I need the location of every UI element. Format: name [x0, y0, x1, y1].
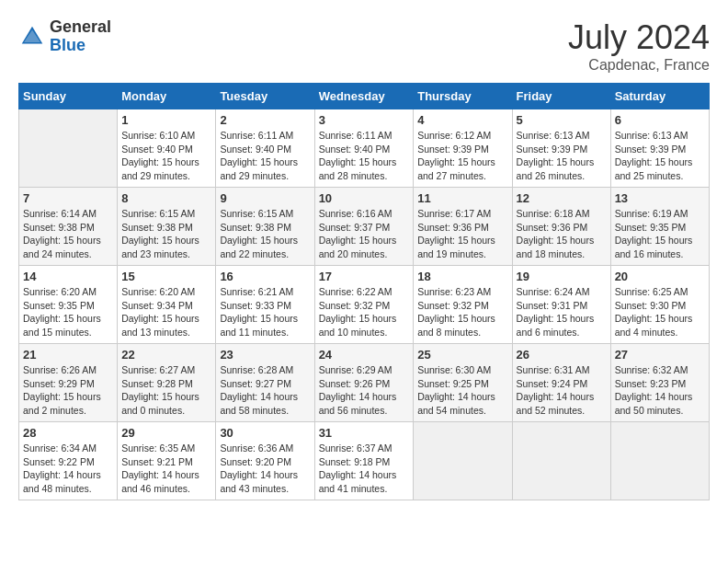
calendar-week-2: 7Sunrise: 6:14 AM Sunset: 9:38 PM Daylig…: [19, 188, 710, 266]
day-info: Sunrise: 6:18 AM Sunset: 9:36 PM Dayligh…: [517, 207, 607, 261]
day-number: 20: [615, 270, 705, 283]
calendar-cell: 4Sunrise: 6:12 AM Sunset: 9:39 PM Daylig…: [414, 109, 512, 188]
calendar-cell: 30Sunrise: 6:36 AM Sunset: 9:20 PM Dayli…: [216, 422, 314, 500]
day-number: 13: [615, 191, 705, 205]
day-info: Sunrise: 6:29 AM Sunset: 9:26 PM Dayligh…: [319, 363, 410, 418]
day-number: 12: [517, 191, 607, 205]
day-info: Sunrise: 6:11 AM Sunset: 9:40 PM Dayligh…: [220, 129, 310, 183]
logo: General Blue: [18, 18, 111, 55]
calendar-cell: [512, 422, 610, 500]
day-number: 30: [220, 426, 310, 440]
day-info: Sunrise: 6:10 AM Sunset: 9:40 PM Dayligh…: [121, 129, 211, 183]
day-number: 16: [220, 270, 310, 283]
header-cell-sunday: Sunday: [19, 84, 118, 109]
day-info: Sunrise: 6:27 AM Sunset: 9:28 PM Dayligh…: [121, 363, 211, 418]
header-cell-monday: Monday: [118, 84, 216, 109]
day-number: 29: [121, 426, 211, 440]
header-cell-saturday: Saturday: [610, 84, 709, 109]
day-number: 28: [23, 426, 113, 440]
calendar-table: SundayMondayTuesdayWednesdayThursdayFrid…: [18, 83, 710, 500]
calendar-cell: [414, 422, 512, 500]
day-number: 5: [517, 113, 607, 127]
calendar-cell: 26Sunrise: 6:31 AM Sunset: 9:24 PM Dayli…: [512, 344, 610, 422]
day-info: Sunrise: 6:13 AM Sunset: 9:39 PM Dayligh…: [517, 129, 607, 183]
calendar-body: 1Sunrise: 6:10 AM Sunset: 9:40 PM Daylig…: [19, 109, 710, 500]
calendar-cell: 24Sunrise: 6:29 AM Sunset: 9:26 PM Dayli…: [314, 344, 414, 422]
calendar-week-5: 28Sunrise: 6:34 AM Sunset: 9:22 PM Dayli…: [19, 422, 710, 500]
day-number: 25: [417, 348, 507, 362]
day-info: Sunrise: 6:36 AM Sunset: 9:20 PM Dayligh…: [220, 442, 310, 496]
calendar-cell: 6Sunrise: 6:13 AM Sunset: 9:39 PM Daylig…: [610, 109, 709, 188]
day-number: 10: [319, 191, 410, 205]
day-info: Sunrise: 6:25 AM Sunset: 9:30 PM Dayligh…: [615, 285, 705, 339]
day-number: 22: [121, 348, 211, 362]
calendar-cell: 16Sunrise: 6:21 AM Sunset: 9:33 PM Dayli…: [216, 266, 314, 344]
location-subtitle: Capdenac, France: [568, 57, 710, 74]
day-number: 15: [121, 270, 211, 283]
header-cell-wednesday: Wednesday: [314, 84, 414, 109]
calendar-cell: 1Sunrise: 6:10 AM Sunset: 9:40 PM Daylig…: [118, 109, 216, 188]
day-info: Sunrise: 6:14 AM Sunset: 9:38 PM Dayligh…: [23, 207, 113, 261]
logo-general: General: [50, 18, 111, 37]
calendar-header: SundayMondayTuesdayWednesdayThursdayFrid…: [19, 84, 710, 109]
calendar-cell: [610, 422, 709, 500]
day-info: Sunrise: 6:37 AM Sunset: 9:18 PM Dayligh…: [319, 442, 410, 496]
calendar-cell: 25Sunrise: 6:30 AM Sunset: 9:25 PM Dayli…: [414, 344, 512, 422]
day-number: 14: [23, 270, 113, 283]
day-info: Sunrise: 6:21 AM Sunset: 9:33 PM Dayligh…: [220, 285, 310, 339]
day-number: 11: [417, 191, 507, 205]
day-info: Sunrise: 6:34 AM Sunset: 9:22 PM Dayligh…: [23, 442, 113, 496]
calendar-cell: 13Sunrise: 6:19 AM Sunset: 9:35 PM Dayli…: [610, 188, 709, 266]
logo-blue: Blue: [50, 37, 111, 55]
calendar-cell: 22Sunrise: 6:27 AM Sunset: 9:28 PM Dayli…: [118, 344, 216, 422]
day-number: 4: [417, 113, 507, 127]
day-number: 1: [121, 113, 211, 127]
day-info: Sunrise: 6:15 AM Sunset: 9:38 PM Dayligh…: [121, 207, 211, 261]
day-info: Sunrise: 6:13 AM Sunset: 9:39 PM Dayligh…: [615, 129, 705, 183]
calendar-cell: [19, 109, 118, 188]
calendar-cell: 27Sunrise: 6:32 AM Sunset: 9:23 PM Dayli…: [610, 344, 709, 422]
day-number: 26: [517, 348, 607, 362]
calendar-cell: 15Sunrise: 6:20 AM Sunset: 9:34 PM Dayli…: [118, 266, 216, 344]
calendar-cell: 21Sunrise: 6:26 AM Sunset: 9:29 PM Dayli…: [19, 344, 118, 422]
day-number: 23: [220, 348, 310, 362]
header-cell-tuesday: Tuesday: [216, 84, 314, 109]
day-info: Sunrise: 6:15 AM Sunset: 9:38 PM Dayligh…: [220, 207, 310, 261]
calendar-cell: 11Sunrise: 6:17 AM Sunset: 9:36 PM Dayli…: [414, 188, 512, 266]
day-number: 27: [615, 348, 705, 362]
title-block: July 2024 Capdenac, France: [568, 18, 710, 74]
calendar-cell: 17Sunrise: 6:22 AM Sunset: 9:32 PM Dayli…: [314, 266, 414, 344]
calendar-cell: 3Sunrise: 6:11 AM Sunset: 9:40 PM Daylig…: [314, 109, 414, 188]
day-number: 9: [220, 191, 310, 205]
logo-text: General Blue: [50, 18, 111, 55]
calendar-cell: 2Sunrise: 6:11 AM Sunset: 9:40 PM Daylig…: [216, 109, 314, 188]
day-info: Sunrise: 6:32 AM Sunset: 9:23 PM Dayligh…: [615, 363, 705, 418]
day-info: Sunrise: 6:28 AM Sunset: 9:27 PM Dayligh…: [220, 363, 310, 418]
day-info: Sunrise: 6:12 AM Sunset: 9:39 PM Dayligh…: [417, 129, 507, 183]
day-number: 2: [220, 113, 310, 127]
day-number: 21: [23, 348, 113, 362]
calendar-cell: 20Sunrise: 6:25 AM Sunset: 9:30 PM Dayli…: [610, 266, 709, 344]
calendar-cell: 31Sunrise: 6:37 AM Sunset: 9:18 PM Dayli…: [314, 422, 414, 500]
calendar-week-1: 1Sunrise: 6:10 AM Sunset: 9:40 PM Daylig…: [19, 109, 710, 188]
day-number: 24: [319, 348, 410, 362]
day-number: 31: [319, 426, 410, 440]
day-info: Sunrise: 6:17 AM Sunset: 9:36 PM Dayligh…: [417, 207, 507, 261]
calendar-cell: 14Sunrise: 6:20 AM Sunset: 9:35 PM Dayli…: [19, 266, 118, 344]
calendar-cell: 18Sunrise: 6:23 AM Sunset: 9:32 PM Dayli…: [414, 266, 512, 344]
calendar-week-3: 14Sunrise: 6:20 AM Sunset: 9:35 PM Dayli…: [19, 266, 710, 344]
header-cell-thursday: Thursday: [414, 84, 512, 109]
calendar-cell: 5Sunrise: 6:13 AM Sunset: 9:39 PM Daylig…: [512, 109, 610, 188]
day-info: Sunrise: 6:16 AM Sunset: 9:37 PM Dayligh…: [319, 207, 410, 261]
page-header: General Blue July 2024 Capdenac, France: [18, 18, 710, 74]
calendar-cell: 23Sunrise: 6:28 AM Sunset: 9:27 PM Dayli…: [216, 344, 314, 422]
day-info: Sunrise: 6:20 AM Sunset: 9:34 PM Dayligh…: [121, 285, 211, 339]
logo-icon: [18, 23, 46, 51]
day-number: 8: [121, 191, 211, 205]
header-row: SundayMondayTuesdayWednesdayThursdayFrid…: [19, 84, 710, 109]
day-info: Sunrise: 6:30 AM Sunset: 9:25 PM Dayligh…: [417, 363, 507, 418]
calendar-cell: 28Sunrise: 6:34 AM Sunset: 9:22 PM Dayli…: [19, 422, 118, 500]
day-number: 6: [615, 113, 705, 127]
day-info: Sunrise: 6:35 AM Sunset: 9:21 PM Dayligh…: [121, 442, 211, 496]
day-info: Sunrise: 6:23 AM Sunset: 9:32 PM Dayligh…: [417, 285, 507, 339]
